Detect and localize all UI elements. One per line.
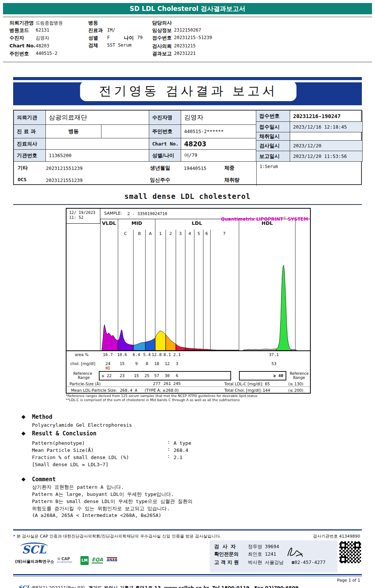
- field-value: 20231215-51239: [174, 35, 212, 40]
- band-sub-label: 4: [189, 231, 191, 236]
- result-heading: Result & Conclusion: [32, 430, 97, 437]
- report-title: SD LDL Cholesterol 검사결과보고서: [130, 5, 245, 13]
- chol-value: 18: [154, 361, 159, 366]
- page-indicator: Page 1 of 1: [337, 578, 360, 583]
- result-label: Mean Particle Size(Å): [32, 447, 94, 453]
- field-value: 20231215: [174, 43, 196, 48]
- field-value: 79: [137, 35, 142, 40]
- area-pct-value: 10.6: [117, 352, 127, 357]
- area-pct-value: 16.7: [103, 352, 113, 357]
- table-label: 진료의사: [14, 138, 46, 150]
- total-chol-ref: (≤ 200): [288, 388, 303, 393]
- bottom-rule-thin: [13, 576, 362, 576]
- kslm-logo: LM: [80, 556, 89, 565]
- field-label: 결과보고: [152, 50, 172, 57]
- table-value: [101, 125, 149, 138]
- band-sub-label: C: [124, 231, 127, 236]
- table-label: 기타: [18, 165, 28, 171]
- table-label: 채취량: [224, 177, 240, 183]
- table-value: 2023121551239: [46, 165, 83, 171]
- field-label: 접수번호: [152, 35, 172, 41]
- staff-value: 박사현 서울강남: [248, 559, 284, 566]
- result-value: 268.4: [174, 447, 188, 453]
- table-value: 440515-2******: [181, 125, 256, 138]
- table-label: 접수번호: [256, 111, 290, 122]
- staff-value: 정두영 39694: [248, 544, 279, 550]
- particle-size-value: 261: [163, 381, 171, 386]
- method-heading: Method: [32, 414, 52, 420]
- row-label: Range: [78, 376, 90, 380]
- table-label: 생년월일: [150, 165, 170, 171]
- comment-line: 상기환자 표현형은 pattern A 입니다.: [32, 484, 124, 491]
- section-title: small dense LDL cholesterol: [0, 192, 375, 200]
- footnote: *Reference ranges derived from 125 serum…: [66, 394, 257, 398]
- scl-logo: SCL (재)서울의과학연구소: [15, 543, 56, 569]
- chol-value: 12: [165, 361, 169, 366]
- band-group-label: VLDL: [102, 220, 116, 226]
- comment-line: Pattern B는 small dense LDL이 우세한 type으로 심…: [32, 498, 192, 505]
- field-label: 수진자: [9, 35, 24, 41]
- row-label: Range: [293, 376, 305, 380]
- section-rule: [13, 204, 362, 205]
- field-value: 드림종합병원: [36, 20, 63, 26]
- staff-phone: ☎02-457-4277: [292, 559, 325, 565]
- certification-logos: ⊕ CAPACCREDITED LM EQA ANAB: [57, 556, 125, 568]
- table-value: 48203: [181, 138, 256, 150]
- staff-box: 검 사 자 정두영 39694 확인전문의 최인호 1241 고 객 지 원 박…: [210, 540, 337, 573]
- band-group-label: MID: [132, 220, 142, 226]
- diamond-bullet-icon: ◆: [21, 476, 26, 482]
- bottom-rule: [13, 574, 362, 575]
- comment-line: 위험도를 증가시킬 수 있는 위험인자로 보고되고 있습니다.: [32, 505, 170, 512]
- row-label: Reference: [73, 371, 92, 376]
- footer-rule: [13, 529, 362, 530]
- table-value: 김영자: [181, 111, 256, 125]
- report-banner: 전기영동 검사결과 보고서: [13, 77, 362, 105]
- result-colon: :: [167, 446, 170, 452]
- field-value: 440515-2: [36, 51, 57, 56]
- comment-heading: Comment: [32, 476, 56, 483]
- footer-address: 경기도 용인시 기흥구 흥덕1로 13: [88, 585, 161, 588]
- total-ldl-label: Total LDL-C [mg/dl]:: [224, 382, 263, 386]
- row-label: chol. [mg/dl]: [70, 361, 95, 366]
- document-footer-line: SCL-RP2(1)-202211(Rev.03) 경기도 용인시 기흥구 흥덕…: [15, 579, 298, 588]
- field-label: 검사의뢰: [152, 43, 172, 50]
- row-label: Particle-Size (Å): [70, 382, 101, 386]
- chol-value: 53: [271, 361, 276, 366]
- staff-label: 고 객 지 원: [214, 559, 239, 566]
- row-label: area %: [75, 352, 89, 357]
- field-value: 62131: [36, 27, 49, 33]
- table-label: 채취일시: [256, 132, 290, 141]
- mean-size-note: (TYPE A; ≥268.0): [145, 388, 178, 393]
- table-label: 접수일시: [256, 122, 290, 132]
- table-value: 2023121551239: [46, 177, 83, 183]
- band-sub-label: 3: [179, 231, 182, 236]
- table-value: 2023/12/20 11:53:56: [290, 151, 363, 162]
- field-value: IM/: [107, 27, 115, 33]
- field-label: Chart No.: [9, 43, 35, 48]
- table-label: 주민번호: [149, 125, 181, 138]
- result-colon: :: [167, 439, 170, 445]
- band-sub-label: 7: [223, 231, 226, 236]
- field-label: 주민번호: [9, 50, 29, 57]
- area-pct-value: 5.4: [143, 352, 151, 357]
- lab-number: 검사기관번호 41349890: [313, 533, 360, 539]
- comment-line: (A ≥268A, 265A < Intermediate <268A, B≤2…: [32, 512, 161, 518]
- chart-divider: [67, 386, 310, 387]
- field-label: 의뢰기관명: [9, 20, 34, 26]
- result-value: A type: [174, 440, 191, 446]
- area-pct-value: 8.1: [163, 352, 171, 357]
- field-label: 진료과: [88, 27, 103, 34]
- result-label: Pattern(phenotype): [32, 440, 85, 446]
- anab-logo: ANAB: [107, 557, 117, 562]
- field-value: 48203: [36, 43, 49, 48]
- band-sub-label: B: [138, 231, 141, 236]
- result-value: 2.1: [174, 455, 182, 460]
- banner-title: 전기영동 검사결과 보고서: [99, 83, 278, 100]
- chol-value: 9: [135, 361, 138, 366]
- table-value: 2023/12/20: [290, 141, 363, 151]
- staff-value: 최인호 1241: [248, 551, 276, 558]
- result-label: Fraction % of small dense LDL (%): [32, 455, 129, 460]
- table-value: 2023/12/16 12:18:45: [290, 122, 363, 132]
- banner-top-bar: [13, 77, 362, 80]
- table-label: 진 료 과: [14, 125, 46, 138]
